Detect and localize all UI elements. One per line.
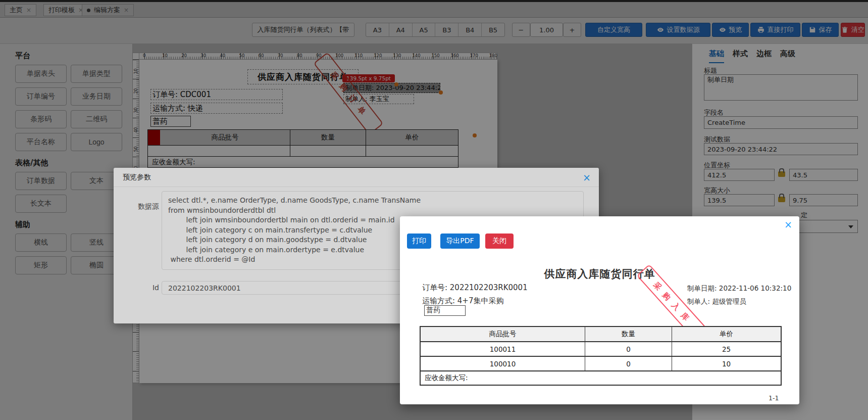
export-pdf-button[interactable]: 导出PDF — [440, 234, 480, 249]
batch-cell: 100011 — [421, 342, 585, 356]
report-table-footer: 应收金额大写: — [421, 370, 781, 385]
report-col-batch: 商品批号 — [421, 327, 585, 341]
batch-cell: 100010 — [421, 357, 585, 370]
qty-cell: 0 — [585, 357, 672, 370]
report-table-row: 100011 0 25 — [421, 341, 781, 356]
qty-cell: 0 — [585, 342, 672, 356]
print-button[interactable]: 打印 — [407, 234, 431, 249]
print-preview-modal: × 打印 导出PDF 关闭 供应商入库随货同行单 订单号: 2022102203… — [400, 216, 799, 404]
report-order-no: 订单号: 2022102203RK0001 — [422, 283, 528, 293]
print-template-designer: 主页 × 打印模板 × 编辑方案 × 入库随货同行单（列表式）【带 A3A4A5… — [0, 0, 868, 420]
report-transport: 运输方式: 4+7集中采购 — [422, 296, 503, 306]
price-cell: 25 — [672, 342, 781, 356]
report-table-row: 100010 0 10 — [421, 356, 781, 370]
report-col-qty: 数量 — [585, 327, 672, 341]
close-icon[interactable]: × — [784, 220, 792, 229]
report-table: 商品批号 数量 单价 100011 0 25 100010 0 10 应收金额大… — [420, 326, 782, 386]
report-table-header-row: 商品批号 数量 单价 — [421, 327, 781, 341]
report-maker: 制单人: 超级管理员 — [687, 297, 746, 306]
price-cell: 10 — [672, 357, 781, 370]
report-title: 供应商入库随货同行单 — [400, 267, 799, 281]
report-col-price: 单价 — [672, 327, 781, 341]
report-page-number: 1-1 — [769, 394, 779, 402]
report-make-date: 制单日期: 2022-11-06 10:32:10 — [687, 284, 791, 293]
close-button[interactable]: 关闭 — [485, 234, 514, 249]
report-drug-type: 普药 — [424, 305, 466, 316]
